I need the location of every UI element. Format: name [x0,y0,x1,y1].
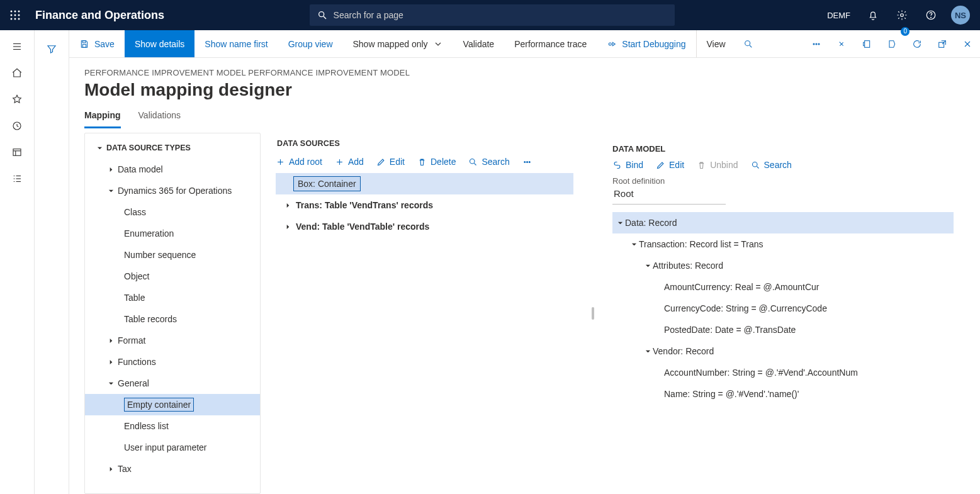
filter-icon[interactable] [39,38,64,60]
type-format[interactable]: Format [85,330,260,351]
save-label: Save [94,39,115,49]
svg-line-50 [757,166,758,168]
type-user-input[interactable]: User input parameter [85,437,260,458]
types-header[interactable]: DATA SOURCE TYPES [85,137,260,159]
dm-search-button[interactable]: Search [751,160,792,170]
svg-point-3 [11,14,13,16]
type-data-model[interactable]: Data model [85,159,260,180]
home-icon[interactable] [4,62,30,84]
type-table[interactable]: Table [85,287,260,308]
svg-point-34 [818,43,819,45]
app-launcher-icon[interactable] [5,5,25,25]
type-endless-list[interactable]: Endless list [85,415,260,437]
view-button[interactable]: View [696,30,736,57]
ds-more-button[interactable] [522,157,532,167]
search-placeholder: Search for a page [334,10,403,20]
group-view-button[interactable]: Group view [278,30,343,57]
svg-point-1 [14,11,16,13]
tab-mapping[interactable]: Mapping [84,106,121,128]
type-functions[interactable]: Functions [85,351,260,373]
svg-point-6 [11,18,13,20]
type-object[interactable]: Object [85,266,260,287]
workspaces-icon[interactable] [4,141,30,164]
data-sources-toolbar: Add root Add Edit Delete Search [276,153,573,173]
brand-title: Finance and Operations [35,9,164,22]
company-picker[interactable]: DEMF [819,11,858,20]
validate-button[interactable]: Validate [453,30,505,57]
svg-rect-28 [82,44,86,47]
svg-point-7 [14,18,16,20]
messages-icon[interactable]: 0 [879,30,904,57]
tab-validations[interactable]: Validations [138,106,181,128]
svg-point-45 [524,161,526,162]
delete-button[interactable]: Delete [417,157,456,167]
edit-button[interactable]: Edit [376,157,405,167]
data-source-types-tree: DATA SOURCE TYPES Data model Dynamics 36… [84,133,261,494]
hamburger-icon[interactable] [4,35,30,58]
ds-box[interactable]: Box: Container [276,173,573,194]
ds-trans[interactable]: Trans: Table 'VendTrans' records [276,194,573,216]
start-debugging-button[interactable]: Start Debugging [597,30,696,57]
dm-posted[interactable]: PostedDate: Date = @.TransDate [612,319,954,340]
recent-icon[interactable] [4,115,30,137]
type-class[interactable]: Class [85,201,260,223]
add-button[interactable]: Add [335,157,364,167]
data-sources-title: DATA SOURCES [277,139,573,148]
gear-icon[interactable] [888,0,916,30]
bind-button[interactable]: Bind [612,160,643,170]
dm-amount[interactable]: AmountCurrency: Real = @.AmountCur [612,276,954,298]
show-name-first-button[interactable]: Show name first [194,30,278,57]
svg-point-49 [752,162,757,167]
global-search[interactable]: Search for a page [310,4,675,26]
popout-icon[interactable] [930,30,955,57]
breadcrumb: PERFORMANCE IMPROVEMENT MODEL PERFORMANC… [84,68,965,77]
type-enumeration[interactable]: Enumeration [85,223,260,244]
type-tax[interactable]: Tax [85,458,260,480]
dm-data[interactable]: Data: Record [612,212,954,233]
svg-point-47 [529,161,530,162]
page-title: Model mapping designer [84,80,965,100]
svg-point-11 [901,14,904,17]
save-button[interactable]: Save [69,30,125,57]
svg-rect-18 [13,149,21,156]
type-general[interactable]: General [85,373,260,394]
filter-rail [35,30,69,494]
type-empty-container[interactable]: Empty container [85,394,260,415]
type-number-sequence[interactable]: Number sequence [85,244,260,266]
svg-line-10 [324,16,326,19]
ds-search-button[interactable]: Search [468,157,509,167]
star-icon[interactable] [4,88,30,111]
show-mapped-only-dropdown[interactable]: Show mapped only [343,30,453,57]
type-d365[interactable]: Dynamics 365 for Operations [85,180,260,201]
svg-point-46 [526,161,527,162]
modules-icon[interactable] [4,167,30,190]
add-root-button[interactable]: Add root [276,157,322,167]
dm-attributes[interactable]: Attributes: Record [612,255,954,276]
splitter[interactable] [589,133,597,494]
user-avatar[interactable]: NS [951,6,970,25]
toolbar-search-icon[interactable] [736,30,761,57]
bell-icon[interactable] [859,0,887,30]
root-definition-value[interactable]: Root [612,186,726,205]
type-table-records[interactable]: Table records [85,308,260,330]
attach-icon[interactable] [829,30,854,57]
dm-transaction[interactable]: Transaction: Record list = Trans [612,233,954,255]
ds-vend[interactable]: Vend: Table 'VendTable' records [276,216,573,237]
show-details-button[interactable]: Show details [125,30,194,57]
svg-point-32 [813,43,814,45]
command-bar: Save Show details Show name first Group … [69,30,980,58]
svg-point-29 [609,43,612,45]
more-icon[interactable] [804,30,829,57]
dm-edit-button[interactable]: Edit [656,160,684,170]
dm-name[interactable]: Name: String = @.'#Vend'.'name()' [612,383,954,405]
help-icon[interactable] [917,0,945,30]
performance-trace-button[interactable]: Performance trace [504,30,597,57]
office-icon[interactable] [854,30,879,57]
data-model-tree: Data: Record Transaction: Record list = … [612,212,954,405]
dm-currency[interactable]: CurrencyCode: String = @.CurrencyCode [612,298,954,319]
dm-vendor[interactable]: Vendor: Record [612,340,954,362]
svg-rect-27 [82,40,86,42]
svg-point-2 [18,11,20,13]
dm-account[interactable]: AccountNumber: String = @.'#Vend'.Accoun… [612,362,954,383]
close-icon[interactable] [955,30,980,57]
